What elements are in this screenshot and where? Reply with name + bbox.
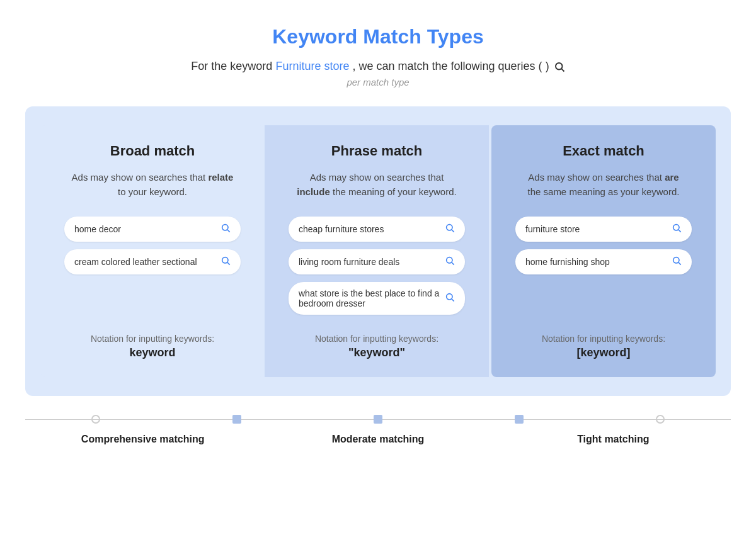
exact-pill-2: home furnishing shop [515, 249, 692, 274]
broad-pill-1-text: home decor [74, 224, 215, 234]
page-title: Keyword Match Types [272, 25, 483, 48]
timeline-square-phrase [374, 415, 382, 424]
search-icon [220, 256, 231, 268]
svg-line-9 [452, 262, 454, 265]
timeline-node-broad [232, 415, 241, 424]
svg-point-2 [222, 225, 228, 230]
broad-pill-1: home decor [64, 217, 241, 242]
timeline-labels: Comprehensive matching Moderate matching… [25, 434, 731, 445]
phrase-match-column: Phrase match Ads may show on searches th… [265, 125, 489, 377]
timeline-label-tight: Tight matching [496, 434, 731, 445]
svg-line-7 [452, 230, 454, 232]
broad-notation: Notation for inputting keywords: keyword [91, 334, 214, 359]
svg-point-0 [556, 63, 563, 70]
timeline-node-left [91, 415, 100, 424]
subtitle-pre: For the keyword [191, 60, 272, 72]
search-icon [554, 61, 565, 72]
broad-pill-2-text: cream colored leather sectional [74, 257, 215, 267]
svg-point-6 [447, 225, 452, 230]
search-icon [220, 223, 231, 235]
timeline-square-exact [515, 415, 524, 424]
keyword-highlight: Furniture store [275, 60, 349, 72]
exact-match-desc: Ads may show on searches that are the sa… [522, 171, 685, 199]
exact-notation: Notation for inputting keywords: [keywor… [542, 334, 665, 359]
per-match-text: per match type [346, 77, 409, 87]
exact-search-pills: furniture store home furnishing shop [507, 217, 701, 315]
phrase-pill-3: what store is the best place to find a b… [289, 282, 465, 315]
subtitle-post: , we can match the following queries ( [352, 60, 542, 72]
exact-match-title: Exact match [563, 143, 644, 159]
timeline-node-exact [515, 415, 524, 424]
broad-match-title: Broad match [110, 143, 195, 159]
exact-pill-1: furniture store [515, 217, 692, 242]
match-types-container: Broad match Ads may show on searches tha… [25, 106, 731, 396]
search-icon [672, 256, 682, 268]
subtitle-close: ) [546, 60, 549, 72]
svg-point-4 [222, 257, 228, 263]
phrase-pill-1-text: cheap furniture stores [299, 224, 440, 234]
search-icon [672, 223, 682, 235]
timeline-node-right [656, 415, 665, 424]
svg-line-13 [679, 230, 681, 232]
svg-point-8 [447, 257, 452, 263]
exact-match-column: Exact match Ads may show on searches tha… [491, 125, 716, 377]
svg-line-3 [227, 230, 230, 232]
svg-line-11 [452, 299, 454, 302]
phrase-pill-2: living room furniture deals [289, 249, 465, 274]
phrase-search-pills: cheap furniture stores living room furni… [280, 217, 474, 315]
broad-search-pills: home decor cream colored leather section… [55, 217, 249, 315]
search-icon [445, 223, 455, 235]
phrase-notation: Notation for inputting keywords: "keywor… [315, 334, 438, 359]
exact-pill-1-text: furniture store [525, 224, 667, 234]
broad-notation-label: Notation for inputting keywords: [91, 334, 214, 344]
svg-point-12 [673, 225, 679, 230]
timeline-section: Comprehensive matching Moderate matching… [25, 415, 731, 445]
timeline-node-phrase [374, 415, 382, 424]
timeline-circle-right [656, 415, 665, 424]
phrase-notation-value: "keyword" [315, 346, 438, 359]
svg-line-5 [227, 262, 230, 265]
search-icon [445, 256, 455, 268]
timeline-nodes [25, 415, 731, 424]
phrase-notation-label: Notation for inputting keywords: [315, 334, 438, 344]
svg-point-14 [673, 257, 679, 263]
exact-pill-2-text: home furnishing shop [525, 257, 667, 267]
exact-notation-label: Notation for inputting keywords: [542, 334, 665, 344]
broad-pill-2: cream colored leather sectional [64, 249, 241, 274]
svg-point-10 [447, 294, 452, 300]
timeline-label-comprehensive: Comprehensive matching [25, 434, 260, 445]
timeline-circle-left [91, 415, 100, 424]
phrase-match-title: Phrase match [331, 143, 422, 159]
subtitle-text: For the keyword Furniture store , we can… [191, 60, 564, 73]
broad-notation-value: keyword [91, 346, 214, 359]
phrase-pill-2-text: living room furniture deals [299, 257, 440, 267]
phrase-pill-3-text: what store is the best place to find a b… [299, 288, 440, 308]
timeline-label-moderate: Moderate matching [260, 434, 495, 445]
exact-notation-value: [keyword] [542, 346, 665, 359]
svg-line-1 [561, 69, 564, 72]
timeline-bar [25, 415, 731, 424]
phrase-match-desc: Ads may show on searches that include th… [295, 171, 459, 199]
svg-line-15 [679, 262, 681, 265]
search-icon [445, 292, 455, 305]
broad-match-column: Broad match Ads may show on searches tha… [40, 125, 265, 377]
phrase-pill-1: cheap furniture stores [289, 217, 465, 242]
broad-match-desc: Ads may show on searches that relate to … [71, 171, 234, 199]
timeline-square-broad [232, 415, 241, 424]
